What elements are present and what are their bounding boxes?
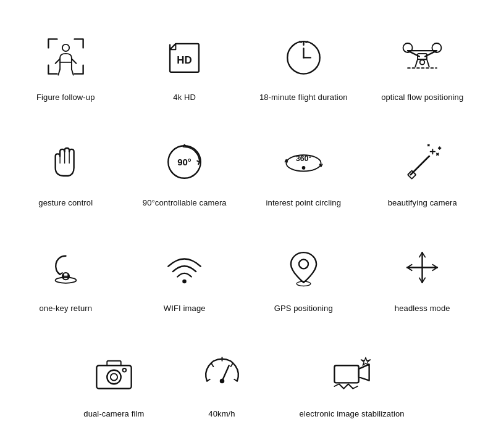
feature-figure-followup: Figure follow-up [6,22,125,109]
feature-gps: GPS positioning [244,233,363,320]
dual-camera-label: dual-camera film [83,409,144,420]
camera-icon [86,345,141,400]
beautifying-label: beautifying camera [388,198,457,209]
gesture-control-label: gesture control [38,198,93,209]
feature-flight-duration: 18-minute flight duration [244,22,363,109]
gps-label: GPS positioning [274,304,333,314]
flight-duration-label: 18-minute flight duration [259,93,348,103]
svg-line-54 [230,364,232,367]
one-key-return-label: one-key return [39,304,92,314]
360-circle-icon: 360° [276,134,331,189]
clock-icon [276,28,331,84]
svg-point-0 [62,44,69,51]
optical-flow-label: optical flow positioning [381,93,463,103]
svg-line-53 [211,364,213,367]
feature-one-key-return: one-key return [6,233,125,320]
speed-40-label: 40km/h [208,409,235,420]
svg-rect-57 [335,366,359,383]
svg-line-55 [222,366,229,381]
svg-point-48 [111,374,117,381]
svg-line-50 [207,380,210,381]
gps-pin-icon [276,239,331,295]
feature-speed-40: 40km/h [191,339,253,426]
speedometer-icon [194,345,250,400]
feature-optical-flow: optical flow positioning [363,22,482,109]
svg-line-17 [427,59,429,67]
return-icon [38,239,93,295]
feature-point-circling: 360° interest point circling [244,128,363,215]
svg-point-56 [219,379,224,384]
feature-4k-hd: HD 4k HD [125,22,245,109]
headless-label: headless mode [395,304,450,314]
90-camera-label: 90°controllable camera [143,198,227,209]
svg-line-33 [428,144,429,146]
svg-point-42 [299,259,308,268]
person-tracking-icon [38,28,93,84]
svg-line-52 [234,380,237,381]
svg-point-41 [182,279,187,283]
4k-hd-label: 4k HD [173,93,196,103]
wifi-label: WIFI image [164,304,206,314]
point-circling-label: interest point circling [266,198,342,209]
svg-point-49 [122,368,126,372]
90-degree-icon: 90° [157,134,212,189]
svg-text:360°: 360° [296,154,311,162]
svg-point-14 [420,60,425,65]
feature-dual-camera: dual-camera film [80,339,147,426]
svg-point-47 [107,370,121,384]
feature-stabilization: electronic image stabilization [297,339,408,426]
figure-followup-label: Figure follow-up [36,93,95,103]
wifi-icon [157,239,212,295]
move-arrows-icon [395,239,450,295]
features-grid: Figure follow-up HD 4k HD [0,10,488,438]
svg-text:90°: 90° [177,157,191,167]
svg-point-25 [301,166,305,170]
hand-icon [38,134,93,189]
feature-headless: headless mode [363,233,482,320]
svg-text:HD: HD [177,54,192,65]
hd-badge-icon: HD [157,28,212,84]
sparkle-cam-icon [395,134,450,189]
svg-line-16 [416,59,418,67]
feature-beautifying: beautifying camera [363,128,482,215]
feature-gesture-control: gesture control [6,128,125,215]
feature-wifi: WIFI image [125,233,245,320]
video-stable-icon [324,345,380,400]
drone-bottom-icon [395,28,450,84]
stabilization-label: electronic image stabilization [300,409,405,420]
feature-90-camera: 90° 90°controllable camera [125,128,245,215]
